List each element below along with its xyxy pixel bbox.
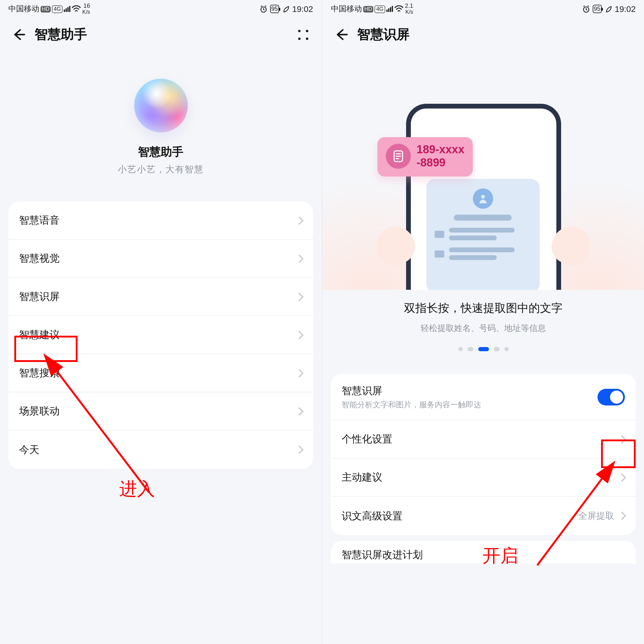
phone-number-bubble: 189-xxxx-8899: [377, 137, 473, 176]
caption-subtitle: 轻松提取姓名、号码、地址等信息: [340, 323, 626, 334]
screen-smart-assistant: 中国移动 HD 4G 16K/s 95 19:02 智慧助手: [0, 0, 321, 644]
chevron-right-icon: [618, 435, 626, 443]
speed-indicator: 16K/s: [82, 3, 90, 15]
annotation-label: 进入: [119, 477, 155, 501]
wifi-icon: [394, 5, 404, 13]
chevron-right-icon: [295, 331, 304, 339]
status-bar: 中国移动 HD 4G 2.1K/s 95 19:02: [323, 0, 644, 18]
carrier-label: 中国移动: [8, 4, 39, 14]
page-title: 智慧助手: [35, 26, 87, 44]
wifi-icon: [72, 5, 81, 13]
chevron-right-icon: [295, 369, 304, 377]
chevron-right-icon: [295, 407, 304, 415]
leaf-icon: [605, 5, 612, 13]
carrier-label: 中国移动: [331, 4, 362, 14]
hero-title: 智慧助手: [0, 144, 321, 160]
menu-item-personalize[interactable]: 个性化设置: [331, 420, 636, 459]
alarm-icon: [582, 5, 590, 13]
signal-icon: [386, 6, 393, 12]
hero-section: 智慧助手 小艺小艺，大有智慧: [0, 51, 321, 196]
contact-card-illustration: [426, 179, 539, 290]
menu-item-improve-plan[interactable]: 智慧识屏改进计划: [331, 541, 636, 563]
chevron-right-icon: [295, 292, 304, 301]
svg-point-4: [481, 195, 485, 199]
hd-badge: HD: [363, 6, 373, 12]
network-badge: 4G: [374, 5, 385, 13]
avatar-icon: [473, 188, 493, 209]
battery-icon: 95: [270, 5, 279, 13]
menu-item-voice[interactable]: 智慧语音: [8, 202, 313, 240]
app-bar: 智慧助手: [0, 18, 321, 51]
back-button[interactable]: [11, 27, 26, 42]
phone-frame-icon: 189-xxxx-8899: [406, 104, 561, 290]
page-title: 智慧识屏: [357, 26, 410, 44]
network-badge: 4G: [52, 5, 63, 13]
chevron-right-icon: [618, 473, 626, 482]
signal-icon: [64, 6, 70, 12]
menu-list: 智慧语音 智慧视觉 智慧识屏 智慧建议 智慧搜索 场景联动: [8, 202, 313, 469]
page-indicator[interactable]: [323, 341, 644, 361]
chevron-right-icon: [295, 216, 304, 225]
menu-item-active-suggest[interactable]: 主动建议: [331, 459, 636, 497]
menu-item-today[interactable]: 今天: [8, 431, 313, 469]
toggle-hitouch: 智慧识屏 智能分析文字和图片，服务内容一触即达: [331, 374, 636, 420]
chevron-right-icon: [618, 512, 626, 520]
screen-hitouch: 中国移动 HD 4G 2.1K/s 95 19:02 智慧识屏: [323, 0, 644, 644]
hitouch-switch[interactable]: [597, 388, 625, 405]
menu-item-scenes[interactable]: 场景联动: [8, 392, 313, 431]
clock: 19:02: [615, 4, 636, 14]
status-bar: 中国移动 HD 4G 16K/s 95 19:02: [0, 0, 321, 18]
speed-indicator: 2.1K/s: [405, 3, 413, 15]
hero-subtitle: 小艺小艺，大有智慧: [0, 164, 321, 175]
assistant-logo-icon: [134, 79, 188, 132]
menu-item-vision[interactable]: 智慧视觉: [8, 240, 313, 278]
chevron-right-icon: [295, 254, 304, 263]
leaf-icon: [283, 5, 290, 13]
settings-list-1: 智慧识屏 智能分析文字和图片，服务内容一触即达 个性化设置 主动建议 识文高级设…: [331, 374, 636, 535]
document-icon: [386, 144, 411, 169]
menu-item-search[interactable]: 智慧搜索: [8, 354, 313, 392]
app-bar: 智慧识屏: [323, 18, 644, 51]
menu-item-hitouch[interactable]: 智慧识屏: [8, 278, 313, 316]
hero-caption: 双指长按，快速提取图中的文字 轻松提取姓名、号码、地址等信息: [323, 290, 644, 341]
caption-title: 双指长按，快速提取图中的文字: [340, 301, 626, 316]
battery-icon: 95: [593, 5, 602, 13]
clock: 19:02: [292, 4, 313, 14]
hero-illustration: 189-xxxx-8899: [323, 51, 644, 290]
menu-item-advanced[interactable]: 识文高级设置 全屏提取: [331, 497, 636, 535]
alarm-icon: [259, 5, 268, 13]
chevron-right-icon: [295, 445, 304, 454]
back-button[interactable]: [333, 27, 349, 42]
hd-badge: HD: [41, 6, 51, 12]
menu-item-suggestion[interactable]: 智慧建议: [8, 316, 313, 354]
more-menu-button[interactable]: [295, 27, 311, 42]
